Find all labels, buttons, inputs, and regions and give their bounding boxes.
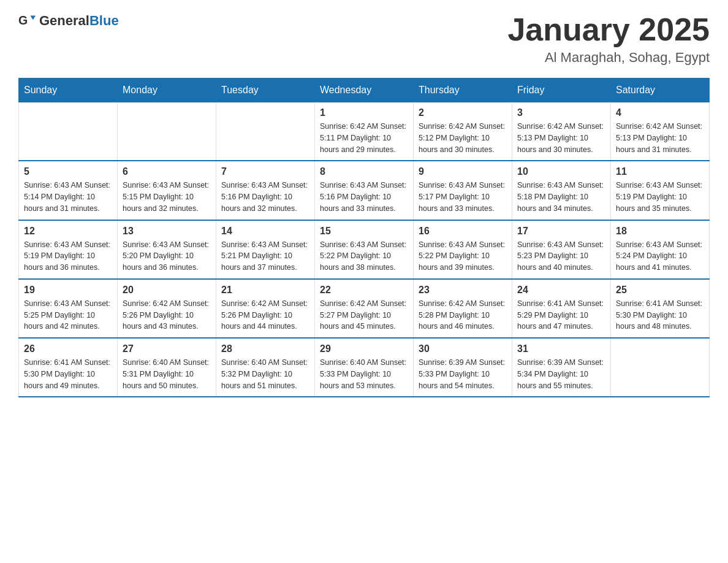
day-number: 21 (221, 285, 309, 296)
calendar-cell (216, 102, 315, 161)
day-info: Sunrise: 6:42 AM Sunset: 5:12 PM Dayligh… (419, 121, 507, 155)
day-of-week-header: Tuesday (216, 79, 315, 102)
day-info: Sunrise: 6:40 AM Sunset: 5:31 PM Dayligh… (123, 357, 211, 391)
calendar-cell: 14Sunrise: 6:43 AM Sunset: 5:21 PM Dayli… (216, 220, 315, 279)
calendar-cell: 24Sunrise: 6:41 AM Sunset: 5:29 PM Dayli… (512, 279, 611, 338)
day-of-week-header: Monday (118, 79, 216, 102)
day-number: 13 (123, 226, 211, 237)
calendar-week-row: 26Sunrise: 6:41 AM Sunset: 5:30 PM Dayli… (19, 338, 710, 397)
day-info: Sunrise: 6:41 AM Sunset: 5:30 PM Dayligh… (24, 357, 112, 391)
calendar-week-row: 1Sunrise: 6:42 AM Sunset: 5:11 PM Daylig… (19, 102, 710, 161)
calendar-cell: 8Sunrise: 6:43 AM Sunset: 5:16 PM Daylig… (315, 161, 414, 220)
calendar-cell: 21Sunrise: 6:42 AM Sunset: 5:26 PM Dayli… (216, 279, 315, 338)
day-of-week-header: Wednesday (315, 79, 414, 102)
day-info: Sunrise: 6:42 AM Sunset: 5:11 PM Dayligh… (320, 121, 408, 155)
day-number: 30 (419, 343, 507, 354)
day-info: Sunrise: 6:42 AM Sunset: 5:26 PM Dayligh… (221, 298, 309, 332)
day-number: 23 (419, 285, 507, 296)
day-number: 1 (320, 107, 408, 118)
day-number: 9 (419, 166, 507, 177)
calendar-cell: 25Sunrise: 6:41 AM Sunset: 5:30 PM Dayli… (611, 279, 710, 338)
calendar-week-row: 12Sunrise: 6:43 AM Sunset: 5:19 PM Dayli… (19, 220, 710, 279)
day-number: 31 (517, 343, 605, 354)
day-number: 17 (517, 226, 605, 237)
calendar-cell: 7Sunrise: 6:43 AM Sunset: 5:16 PM Daylig… (216, 161, 315, 220)
calendar-cell: 23Sunrise: 6:42 AM Sunset: 5:28 PM Dayli… (414, 279, 512, 338)
calendar-cell: 28Sunrise: 6:40 AM Sunset: 5:32 PM Dayli… (216, 338, 315, 397)
day-number: 12 (24, 226, 112, 237)
day-number: 22 (320, 285, 408, 296)
day-number: 26 (24, 343, 112, 354)
day-number: 2 (419, 107, 507, 118)
day-info: Sunrise: 6:41 AM Sunset: 5:29 PM Dayligh… (517, 298, 605, 332)
day-number: 7 (221, 166, 309, 177)
day-info: Sunrise: 6:43 AM Sunset: 5:22 PM Dayligh… (419, 239, 507, 274)
calendar-cell: 29Sunrise: 6:40 AM Sunset: 5:33 PM Dayli… (315, 338, 414, 397)
calendar-title: January 2025 (507, 12, 710, 47)
day-info: Sunrise: 6:43 AM Sunset: 5:15 PM Dayligh… (123, 180, 211, 214)
calendar-cell: 26Sunrise: 6:41 AM Sunset: 5:30 PM Dayli… (19, 338, 118, 397)
day-number: 20 (123, 285, 211, 296)
day-info: Sunrise: 6:42 AM Sunset: 5:27 PM Dayligh… (320, 298, 408, 332)
day-info: Sunrise: 6:39 AM Sunset: 5:33 PM Dayligh… (419, 357, 507, 391)
logo: G GeneralBlue (18, 12, 119, 29)
calendar-cell: 6Sunrise: 6:43 AM Sunset: 5:15 PM Daylig… (118, 161, 216, 220)
page-header: G GeneralBlue January 2025 Al Maraghah, … (18, 12, 710, 66)
day-info: Sunrise: 6:43 AM Sunset: 5:18 PM Dayligh… (517, 180, 605, 214)
day-info: Sunrise: 6:43 AM Sunset: 5:16 PM Dayligh… (221, 180, 309, 214)
day-number: 8 (320, 166, 408, 177)
day-info: Sunrise: 6:43 AM Sunset: 5:17 PM Dayligh… (419, 180, 507, 214)
day-number: 27 (123, 343, 211, 354)
day-number: 28 (221, 343, 309, 354)
calendar-cell: 19Sunrise: 6:43 AM Sunset: 5:25 PM Dayli… (19, 279, 118, 338)
logo-icon: G (18, 12, 36, 29)
calendar-cell: 27Sunrise: 6:40 AM Sunset: 5:31 PM Dayli… (118, 338, 216, 397)
calendar-week-row: 19Sunrise: 6:43 AM Sunset: 5:25 PM Dayli… (19, 279, 710, 338)
day-info: Sunrise: 6:43 AM Sunset: 5:16 PM Dayligh… (320, 180, 408, 214)
day-info: Sunrise: 6:43 AM Sunset: 5:19 PM Dayligh… (24, 239, 112, 274)
day-info: Sunrise: 6:42 AM Sunset: 5:26 PM Dayligh… (123, 298, 211, 332)
calendar-cell: 15Sunrise: 6:43 AM Sunset: 5:22 PM Dayli… (315, 220, 414, 279)
calendar-cell: 20Sunrise: 6:42 AM Sunset: 5:26 PM Dayli… (118, 279, 216, 338)
day-number: 25 (616, 285, 704, 296)
calendar-cell: 30Sunrise: 6:39 AM Sunset: 5:33 PM Dayli… (414, 338, 512, 397)
calendar-cell: 12Sunrise: 6:43 AM Sunset: 5:19 PM Dayli… (19, 220, 118, 279)
day-of-week-header: Friday (512, 79, 611, 102)
day-info: Sunrise: 6:42 AM Sunset: 5:13 PM Dayligh… (517, 121, 605, 155)
day-info: Sunrise: 6:43 AM Sunset: 5:21 PM Dayligh… (221, 239, 309, 274)
day-number: 10 (517, 166, 605, 177)
logo-blue-text: Blue (89, 13, 119, 28)
day-number: 5 (24, 166, 112, 177)
day-info: Sunrise: 6:39 AM Sunset: 5:34 PM Dayligh… (517, 357, 605, 391)
calendar-header-row: SundayMondayTuesdayWednesdayThursdayFrid… (19, 79, 710, 102)
logo-general-text: General (39, 13, 89, 28)
svg-text:G: G (18, 13, 28, 27)
calendar-cell: 22Sunrise: 6:42 AM Sunset: 5:27 PM Dayli… (315, 279, 414, 338)
day-info: Sunrise: 6:40 AM Sunset: 5:33 PM Dayligh… (320, 357, 408, 391)
calendar-cell (611, 338, 710, 397)
calendar-cell (118, 102, 216, 161)
day-info: Sunrise: 6:40 AM Sunset: 5:32 PM Dayligh… (221, 357, 309, 391)
calendar-cell: 17Sunrise: 6:43 AM Sunset: 5:23 PM Dayli… (512, 220, 611, 279)
day-info: Sunrise: 6:42 AM Sunset: 5:28 PM Dayligh… (419, 298, 507, 332)
day-of-week-header: Thursday (414, 79, 512, 102)
day-info: Sunrise: 6:42 AM Sunset: 5:13 PM Dayligh… (616, 121, 704, 155)
calendar-cell: 5Sunrise: 6:43 AM Sunset: 5:14 PM Daylig… (19, 161, 118, 220)
calendar-table: SundayMondayTuesdayWednesdayThursdayFrid… (18, 78, 710, 397)
day-number: 24 (517, 285, 605, 296)
day-info: Sunrise: 6:43 AM Sunset: 5:20 PM Dayligh… (123, 239, 211, 274)
day-info: Sunrise: 6:41 AM Sunset: 5:30 PM Dayligh… (616, 298, 704, 332)
svg-marker-1 (31, 16, 36, 20)
day-of-week-header: Sunday (19, 79, 118, 102)
calendar-cell: 31Sunrise: 6:39 AM Sunset: 5:34 PM Dayli… (512, 338, 611, 397)
day-number: 15 (320, 226, 408, 237)
day-number: 19 (24, 285, 112, 296)
calendar-cell: 11Sunrise: 6:43 AM Sunset: 5:19 PM Dayli… (611, 161, 710, 220)
day-number: 6 (123, 166, 211, 177)
calendar-cell: 13Sunrise: 6:43 AM Sunset: 5:20 PM Dayli… (118, 220, 216, 279)
day-number: 16 (419, 226, 507, 237)
calendar-cell: 9Sunrise: 6:43 AM Sunset: 5:17 PM Daylig… (414, 161, 512, 220)
calendar-cell: 1Sunrise: 6:42 AM Sunset: 5:11 PM Daylig… (315, 102, 414, 161)
calendar-week-row: 5Sunrise: 6:43 AM Sunset: 5:14 PM Daylig… (19, 161, 710, 220)
day-info: Sunrise: 6:43 AM Sunset: 5:23 PM Dayligh… (517, 239, 605, 274)
